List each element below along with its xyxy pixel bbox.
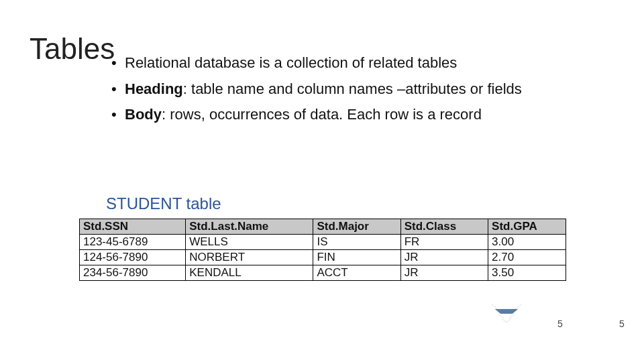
table-cell: 123-45-6789 [80, 235, 186, 250]
table-header-cell: Std.Major [313, 219, 400, 235]
table-cell: JR [400, 265, 488, 281]
bullet-text: Relational database is a collection of r… [125, 54, 457, 71]
bullet-item-1: Relational database is a collection of r… [110, 54, 539, 73]
table-header-cell: Std.SSN [80, 219, 186, 235]
bullet-item-3: Body: rows, occurrences of data. Each ro… [110, 105, 539, 125]
table-caption: STUDENT table [106, 194, 221, 213]
table-header-row: Std.SSN Std.Last.Name Std.Major Std.Clas… [80, 219, 566, 235]
page-number: 5 [619, 318, 625, 329]
page-number: 5 [557, 318, 563, 329]
table-header-cell: Std.GPA [488, 219, 566, 235]
bullet-item-2: Heading: table name and column names –at… [110, 80, 539, 99]
table-cell: 124-56-7890 [80, 250, 186, 265]
table-cell: KENDALL [186, 265, 313, 281]
table-cell: JR [400, 250, 488, 265]
table-cell: ACCT [313, 265, 400, 281]
bullet-list: Relational database is a collection of r… [110, 54, 539, 131]
table-cell: FIN [313, 250, 400, 265]
table-row: 123-45-6789 WELLS IS FR 3.00 [80, 235, 566, 250]
student-table: Std.SSN Std.Last.Name Std.Major Std.Clas… [79, 219, 566, 281]
table-row: 124-56-7890 NORBERT FIN JR 2.70 [80, 250, 566, 265]
table-cell: IS [313, 235, 400, 250]
inverted-triangle-icon [492, 304, 521, 328]
table-cell: 234-56-7890 [80, 265, 186, 281]
table-cell: FR [400, 235, 488, 250]
slide: Tables Relational database is a collecti… [0, 0, 644, 362]
table-cell: NORBERT [186, 250, 313, 265]
table-cell: WELLS [186, 235, 313, 250]
bullet-term: Body [125, 106, 162, 123]
page-title: Tables [30, 32, 115, 66]
bullet-rest: : rows, occurrences of data. Each row is… [162, 106, 482, 123]
bullet-rest: : table name and column names –attribute… [183, 80, 522, 97]
table-header-cell: Std.Last.Name [186, 219, 313, 235]
table-header-cell: Std.Class [400, 219, 488, 235]
bullet-term: Heading [125, 80, 183, 97]
table-cell: 2.70 [488, 250, 566, 265]
table-row: 234-56-7890 KENDALL ACCT JR 3.50 [80, 265, 566, 281]
table-cell: 3.50 [488, 265, 566, 281]
table-cell: 3.00 [488, 235, 566, 250]
student-table-wrap: Std.SSN Std.Last.Name Std.Major Std.Clas… [79, 219, 566, 281]
